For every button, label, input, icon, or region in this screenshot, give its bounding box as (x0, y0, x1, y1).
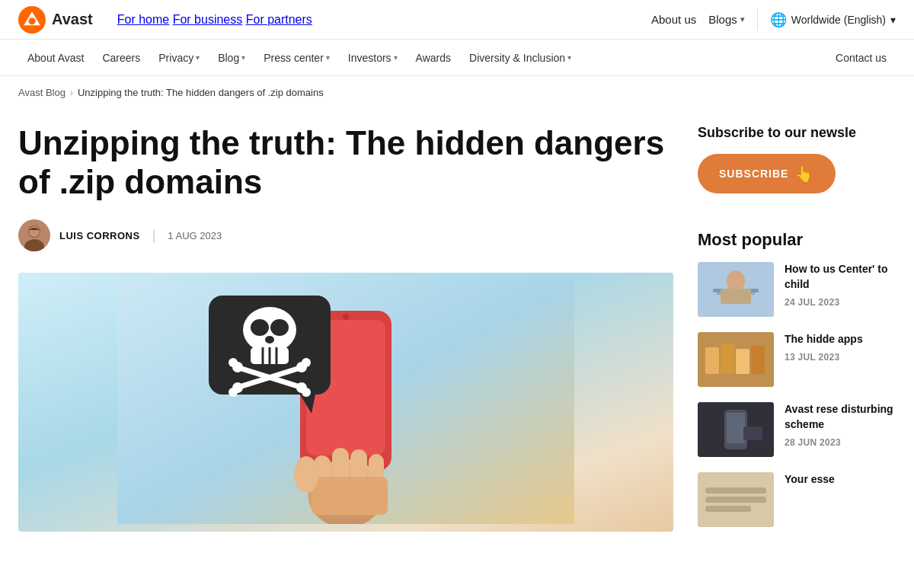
svg-rect-44 (721, 344, 734, 374)
nav-press-center[interactable]: Press center ▾ (254, 40, 339, 76)
popular-item[interactable]: How to us Center' to child 24 JUL 2023 (698, 262, 896, 317)
nav-investors[interactable]: Investors ▾ (339, 40, 407, 76)
popular-item-title: The hidde apps (785, 332, 896, 347)
breadcrumb-current: Unzipping the truth: The hidden dangers … (78, 87, 324, 98)
popular-thumbnail (698, 402, 774, 457)
avatar (18, 219, 50, 251)
chevron-down-icon: ▾ (567, 40, 571, 76)
hero-image (18, 273, 673, 532)
nav-for-partners[interactable]: For partners (246, 13, 312, 26)
subscribe-box: Subscribe to our newsle SUBSCRIBE 👆 (698, 124, 896, 209)
popular-item-date: 24 JUL 2023 (785, 297, 896, 308)
popular-item-date: 28 JUN 2023 (785, 437, 896, 448)
breadcrumb: Avast Blog › Unzipping the truth: The hi… (0, 76, 914, 109)
svg-rect-46 (751, 346, 765, 374)
svg-rect-41 (721, 289, 751, 304)
popular-thumbnail (698, 332, 774, 387)
article-date: 1 AUG 2023 (168, 230, 222, 241)
popular-text: How to us Center' to child 24 JUL 2023 (785, 262, 896, 317)
svg-point-19 (265, 336, 274, 344)
svg-point-1 (29, 18, 36, 24)
chevron-down-icon: ▾ (241, 40, 245, 76)
chevron-down-icon: ▾ (740, 14, 745, 24)
svg-point-24 (302, 388, 311, 397)
popular-text: Avast rese disturbing scheme 28 JUN 2023 (785, 402, 896, 457)
svg-rect-50 (743, 427, 762, 440)
nav-careers[interactable]: Careers (93, 40, 149, 76)
author-row: LUIS CORRONS | 1 AUG 2023 (18, 219, 673, 251)
popular-item[interactable]: The hidde apps 13 JUL 2023 (698, 332, 896, 387)
svg-rect-52 (705, 487, 766, 494)
popular-text: The hidde apps 13 JUL 2023 (785, 332, 896, 387)
breadcrumb-separator: › (70, 88, 73, 98)
popular-item-title: Your esse (785, 472, 896, 487)
popular-thumbnail (698, 262, 774, 317)
breadcrumb-parent[interactable]: Avast Blog (18, 87, 66, 98)
article-area: Unzipping the truth: The hidden dangers … (18, 109, 698, 542)
svg-rect-45 (736, 349, 749, 374)
svg-rect-54 (705, 506, 751, 512)
chevron-down-icon: ▾ (326, 40, 330, 76)
hand-icon: 👆 (794, 165, 814, 183)
nav-for-home[interactable]: For home (117, 13, 169, 26)
primary-nav: For home For business For partners (117, 13, 312, 27)
nav-blog[interactable]: Blog ▾ (209, 40, 254, 76)
globe-icon: 🌐 (770, 11, 787, 28)
nav-privacy[interactable]: Privacy ▾ (149, 40, 209, 76)
article-title: Unzipping the truth: The hidden dangers … (18, 124, 673, 201)
chevron-down-icon: ▾ (890, 14, 896, 26)
nav-for-business[interactable]: For business (173, 13, 243, 26)
popular-item-date: 13 JUL 2023 (785, 352, 896, 363)
sidebar: Subscribe to our newsle SUBSCRIBE 👆 Most… (698, 109, 896, 542)
logo[interactable]: Avast (18, 6, 93, 34)
main-layout: Unzipping the truth: The hidden dangers … (0, 109, 914, 542)
nav-diversity-inclusion[interactable]: Diversity & Inclusion ▾ (460, 40, 580, 76)
svg-point-27 (302, 358, 311, 367)
svg-rect-35 (312, 477, 388, 515)
popular-item-title: How to us Center' to child (785, 262, 896, 292)
top-nav-right: About us Blogs ▾ 🌐 Worldwide (English) ▾ (651, 9, 896, 30)
brand-name: Avast (52, 11, 93, 28)
hero-inner (18, 273, 673, 532)
subscribe-button[interactable]: SUBSCRIBE 👆 (698, 154, 836, 193)
svg-rect-43 (705, 347, 719, 374)
svg-point-36 (294, 456, 318, 493)
svg-point-17 (251, 319, 269, 336)
about-link[interactable]: About us (651, 13, 696, 26)
chevron-down-icon: ▾ (196, 40, 200, 76)
popular-item-title: Avast rese disturbing scheme (785, 402, 896, 432)
top-navigation: Avast For home For business For partners… (0, 0, 914, 40)
nav-about-avast[interactable]: About Avast (18, 40, 93, 76)
svg-point-22 (228, 358, 238, 367)
popular-item[interactable]: Avast rese disturbing scheme 28 JUN 2023 (698, 402, 896, 457)
svg-rect-53 (705, 497, 766, 503)
author-separator: | (152, 228, 156, 244)
divider (757, 9, 758, 30)
top-nav-left: Avast For home For business For partners (18, 6, 312, 34)
popular-text: Your esse (785, 472, 896, 527)
popular-item[interactable]: Your esse (698, 472, 896, 527)
blogs-dropdown-button[interactable]: Blogs ▾ (708, 13, 745, 26)
author-name: LUIS CORRONS (59, 230, 140, 241)
secondary-navigation: About Avast Careers Privacy ▾ Blog ▾ Pre… (0, 40, 914, 76)
subscribe-title: Subscribe to our newsle (698, 124, 896, 142)
nav-awards[interactable]: Awards (407, 40, 460, 76)
nav-contact-us[interactable]: Contact us (826, 40, 896, 76)
chevron-down-icon: ▾ (394, 40, 398, 76)
svg-point-18 (270, 319, 289, 336)
svg-rect-49 (727, 413, 745, 443)
popular-thumbnail (698, 472, 774, 527)
svg-point-29 (228, 388, 238, 397)
svg-point-40 (727, 270, 745, 292)
language-selector-button[interactable]: 🌐 Worldwide (English) ▾ (770, 11, 896, 28)
svg-point-9 (343, 314, 349, 320)
most-popular-title: Most popular (698, 230, 896, 250)
